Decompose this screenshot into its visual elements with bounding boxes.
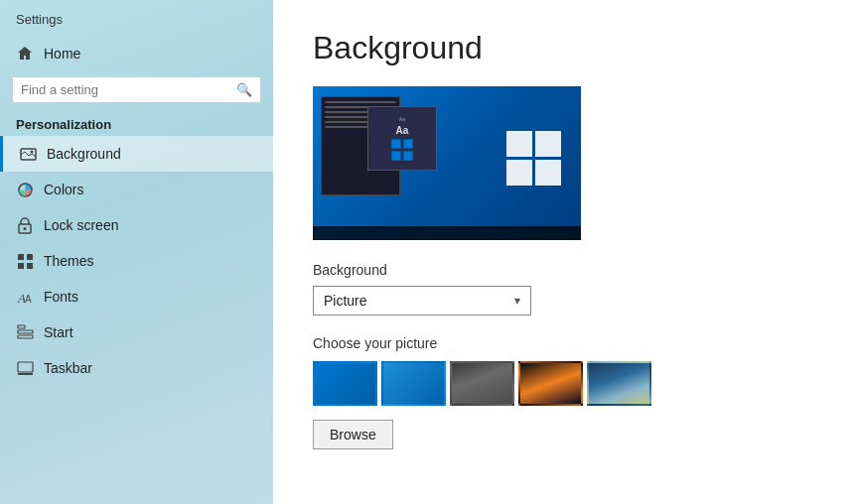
taskbar-label: Taskbar: [44, 360, 92, 376]
lock-icon: [16, 216, 34, 234]
home-label: Home: [44, 46, 80, 62]
colors-icon: [16, 181, 34, 198]
search-input[interactable]: [21, 82, 230, 97]
line-1: [325, 101, 396, 103]
browse-button[interactable]: Browse: [313, 420, 393, 449]
search-icon: 🔍: [236, 82, 252, 97]
start-label: Start: [44, 324, 73, 340]
svg-point-4: [24, 227, 27, 230]
background-icon: [19, 145, 37, 163]
background-label: Background: [47, 146, 121, 162]
sidebar-item-themes[interactable]: Themes: [0, 243, 273, 279]
themes-label: Themes: [44, 253, 94, 269]
picture-thumb-3[interactable]: [450, 361, 514, 406]
svg-rect-16: [506, 131, 532, 157]
svg-rect-5: [18, 254, 24, 260]
app-title: Settings: [0, 0, 273, 35]
background-dropdown-container: Picture ▾: [313, 286, 531, 315]
preview-desktop-bg: Aa Aa: [313, 86, 581, 240]
dropdown-value: Picture: [324, 293, 367, 309]
preview-taskbar: [313, 226, 581, 240]
background-dropdown[interactable]: Picture ▾: [313, 286, 531, 315]
svg-text:A: A: [25, 294, 32, 305]
section-title: Personalization: [0, 111, 273, 136]
svg-rect-0: [21, 149, 36, 160]
preview-dialog-title: Aa: [399, 116, 405, 122]
home-icon: [16, 45, 34, 63]
page-title: Background: [313, 30, 816, 66]
svg-rect-7: [18, 263, 24, 269]
picture-thumb-4[interactable]: [518, 361, 583, 406]
svg-rect-8: [27, 263, 33, 269]
svg-point-1: [30, 150, 33, 153]
svg-rect-12: [18, 330, 33, 333]
choose-picture-label: Choose your picture: [313, 335, 816, 351]
start-icon: [16, 323, 34, 341]
picture-grid: [313, 361, 816, 406]
box-4: [403, 151, 413, 161]
svg-rect-13: [18, 335, 33, 338]
svg-rect-11: [18, 325, 25, 328]
sidebar-item-colors[interactable]: Colors: [0, 172, 273, 207]
lock-screen-label: Lock screen: [44, 217, 118, 233]
svg-rect-18: [506, 160, 532, 186]
sidebar: Settings Home 🔍 Personalization Backgrou…: [0, 0, 273, 504]
svg-rect-17: [535, 131, 561, 157]
picture-thumb-1[interactable]: [313, 361, 377, 406]
box-3: [391, 151, 401, 161]
sidebar-item-lock-screen[interactable]: Lock screen: [0, 207, 273, 243]
svg-rect-15: [18, 373, 33, 375]
sidebar-item-background[interactable]: Background: [0, 136, 273, 172]
sidebar-item-home[interactable]: Home: [0, 35, 273, 72]
background-dropdown-label: Background: [313, 262, 816, 278]
fonts-label: Fonts: [44, 289, 78, 305]
sidebar-item-fonts[interactable]: A A Fonts: [0, 279, 273, 315]
preview-dialog-aa: Aa: [396, 125, 409, 136]
windows-logo-icon: [506, 131, 561, 186]
main-content: Background: [273, 0, 856, 504]
svg-rect-19: [535, 160, 561, 186]
chevron-down-icon: ▾: [514, 294, 520, 308]
taskbar-icon: [16, 359, 34, 377]
picture-thumb-5[interactable]: [587, 361, 651, 406]
themes-icon: [16, 252, 34, 270]
preview-dialog-boxes: [391, 139, 413, 161]
svg-rect-6: [27, 254, 33, 260]
svg-rect-14: [18, 362, 33, 372]
desktop-preview: Aa Aa: [313, 86, 581, 240]
preview-dialog: Aa Aa: [367, 106, 437, 171]
sidebar-item-taskbar[interactable]: Taskbar: [0, 350, 273, 386]
picture-thumb-2[interactable]: [381, 361, 446, 406]
sidebar-item-start[interactable]: Start: [0, 315, 273, 350]
box-2: [403, 139, 413, 149]
box-1: [391, 139, 401, 149]
fonts-icon: A A: [16, 288, 34, 306]
colors-label: Colors: [44, 182, 83, 197]
search-box[interactable]: 🔍: [12, 76, 261, 103]
